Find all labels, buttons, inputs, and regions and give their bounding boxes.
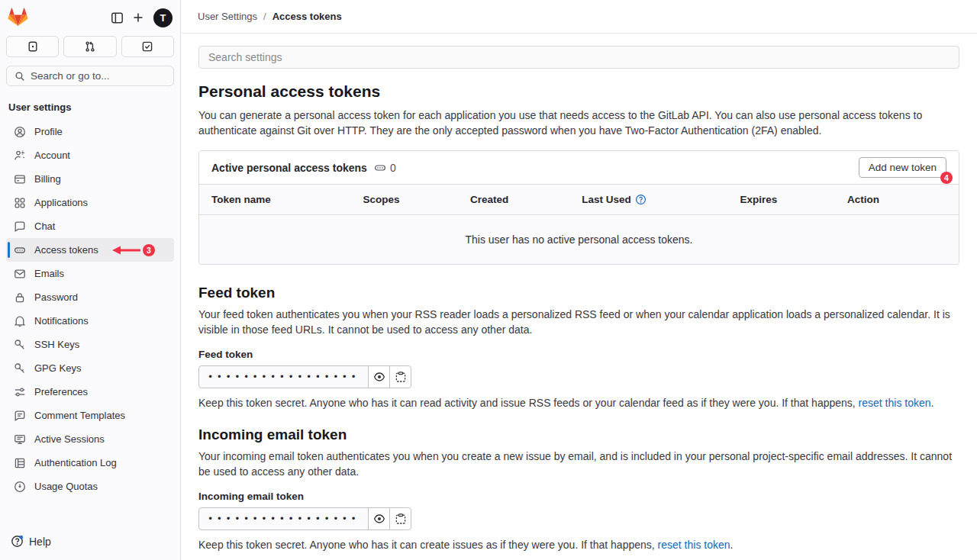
help-icon	[11, 535, 24, 548]
sidebar-item-label: Password	[34, 291, 78, 303]
incoming-email-token-group	[198, 507, 959, 530]
sidebar-item-label: Preferences	[34, 386, 88, 397]
reset-feed-token-link[interactable]: reset this token	[859, 397, 931, 409]
plus-icon[interactable]	[127, 7, 149, 28]
sidebar-item-notifications[interactable]: Notifications	[6, 309, 174, 333]
sidebar-item-active-sessions[interactable]: Active Sessions	[6, 427, 174, 451]
eye-icon	[373, 513, 385, 525]
sidebar-item-label: Account	[34, 150, 70, 161]
todo-button[interactable]	[121, 36, 174, 57]
note-text: .	[730, 539, 734, 551]
settings-search-input[interactable]	[198, 46, 959, 69]
issues-button[interactable]	[6, 36, 59, 57]
col-last-used-label: Last Used	[582, 194, 631, 205]
sidebar-shortcuts	[0, 31, 180, 59]
sidebar-item-chat[interactable]: Chat	[6, 214, 174, 238]
sidebar-header: T	[0, 0, 180, 31]
reveal-token-button[interactable]	[368, 365, 390, 388]
incoming-email-token-note: Keep this token secret. Anyone who has i…	[198, 537, 959, 552]
search-label: Search or go to...	[31, 70, 110, 82]
col-expires: Expires	[740, 194, 847, 205]
main-area: User Settings / Access tokens Personal a…	[181, 0, 977, 560]
sidebar-item-applications[interactable]: Applications	[6, 191, 174, 214]
key-icon	[14, 339, 26, 351]
sidebar-item-preferences[interactable]: Preferences	[6, 380, 174, 404]
copy-icon	[395, 513, 407, 525]
log-icon	[14, 457, 26, 469]
note-text: Keep this token secret. Anyone who has i…	[198, 397, 859, 409]
breadcrumb: User Settings / Access tokens	[181, 0, 977, 34]
note-text: .	[931, 397, 934, 409]
empty-state-message: This user has no active personal access …	[199, 214, 959, 264]
sidebar-item-label: Applications	[34, 197, 88, 208]
account-icon	[14, 150, 26, 162]
sidebar-item-password[interactable]: Password	[6, 285, 174, 309]
copy-token-button[interactable]	[389, 507, 411, 530]
feed-token-group	[198, 365, 959, 388]
sidebar-item-label: Active Sessions	[34, 433, 105, 445]
token-icon	[374, 162, 386, 174]
sidebar-item-access-tokens[interactable]: Access tokens 3	[6, 238, 174, 262]
active-tokens-card: Active personal access tokens 0 Add new …	[198, 150, 959, 265]
reset-incoming-email-token-link[interactable]: reset this token	[658, 539, 730, 551]
settings-content: Personal access tokens You can generate …	[181, 34, 977, 560]
sidebar-item-gpg-keys[interactable]: GPG Keys	[6, 356, 174, 380]
key-icon	[14, 362, 26, 375]
annotation-badge: 3	[143, 244, 155, 256]
app-window: T	[0, 0, 977, 560]
feed-token-description: Your feed token authenticates you when y…	[198, 307, 959, 337]
lock-icon	[14, 291, 26, 304]
sidebar-item-label: Authentication Log	[34, 457, 117, 468]
billing-icon	[14, 173, 26, 185]
token-count: 0	[374, 162, 396, 174]
profile-icon	[14, 126, 26, 138]
page-title: Personal access tokens	[198, 82, 959, 101]
col-action: Action	[847, 194, 946, 205]
merge-request-button[interactable]	[63, 36, 116, 57]
sidebar-item-account[interactable]: Account	[6, 143, 174, 167]
token-count-value: 0	[390, 162, 396, 174]
card-header: Active personal access tokens 0 Add new …	[199, 151, 959, 184]
incoming-email-token-label: Incoming email token	[198, 491, 959, 502]
sidebar-item-label: Emails	[34, 268, 64, 279]
bell-icon	[14, 315, 26, 327]
add-new-token-button[interactable]: Add new token 4	[859, 157, 946, 178]
breadcrumb-parent[interactable]: User Settings	[198, 11, 257, 22]
incoming-email-token-input[interactable]	[198, 507, 369, 530]
sidebar-item-label: Usage Quotas	[34, 481, 98, 492]
sidebar-toggle-icon[interactable]	[106, 7, 127, 28]
gitlab-logo-icon[interactable]	[8, 8, 28, 27]
sidebar-item-usage-quotas[interactable]: Usage Quotas	[6, 475, 174, 498]
incoming-email-token-title: Incoming email token	[198, 426, 959, 443]
sidebar-item-emails[interactable]: Emails	[6, 262, 174, 285]
sidebar-section-label: User settings	[0, 89, 180, 120]
tokens-table-header: Token name Scopes Created Last Used Expi…	[199, 184, 959, 214]
feed-token-input[interactable]	[198, 365, 369, 388]
sidebar-item-authentication-log[interactable]: Authentication Log	[6, 451, 174, 475]
eye-icon	[373, 371, 385, 383]
email-icon	[14, 268, 26, 280]
reveal-token-button[interactable]	[368, 507, 390, 530]
sidebar-item-billing[interactable]: Billing	[6, 167, 174, 191]
sidebar-item-comment-templates[interactable]: Comment Templates	[6, 404, 174, 427]
question-icon[interactable]	[635, 194, 646, 205]
avatar[interactable]: T	[153, 8, 173, 27]
col-created: Created	[470, 194, 582, 205]
tutorial-annotation: 3	[112, 244, 155, 256]
search-icon	[15, 71, 25, 82]
sidebar-item-label: Access tokens	[34, 244, 98, 256]
help-button[interactable]: Help	[0, 525, 180, 560]
sidebar-item-ssh-keys[interactable]: SSH Keys	[6, 333, 174, 356]
sliders-icon	[14, 386, 26, 398]
token-icon	[14, 244, 26, 256]
sidebar-item-profile[interactable]: Profile	[6, 120, 174, 143]
col-scopes: Scopes	[363, 194, 470, 205]
monitor-icon	[14, 433, 26, 446]
sidebar: T	[0, 0, 181, 560]
incoming-email-token-description: Your incoming email token authenticates …	[198, 449, 959, 479]
breadcrumb-separator: /	[263, 11, 266, 22]
copy-token-button[interactable]	[389, 365, 411, 388]
sidebar-item-label: Billing	[34, 173, 61, 185]
comment-icon	[14, 410, 26, 422]
search-or-go-to[interactable]: Search or go to...	[6, 66, 174, 86]
